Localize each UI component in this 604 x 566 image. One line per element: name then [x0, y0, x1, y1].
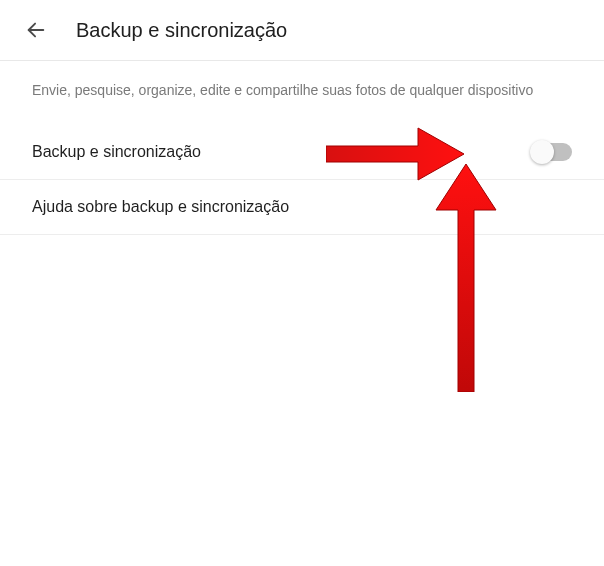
description-text: Envie, pesquise, organize, edite e compa… — [0, 61, 604, 125]
help-label: Ajuda sobre backup e sincronização — [32, 198, 289, 216]
back-button[interactable] — [24, 18, 48, 42]
back-arrow-icon — [25, 19, 47, 41]
toggle-thumb — [530, 140, 554, 164]
help-row[interactable]: Ajuda sobre backup e sincronização — [0, 180, 604, 235]
backup-sync-row[interactable]: Backup e sincronização — [0, 125, 604, 180]
backup-sync-toggle[interactable] — [532, 143, 572, 161]
backup-sync-label: Backup e sincronização — [32, 143, 201, 161]
app-bar: Backup e sincronização — [0, 0, 604, 61]
page-title: Backup e sincronização — [76, 19, 287, 42]
